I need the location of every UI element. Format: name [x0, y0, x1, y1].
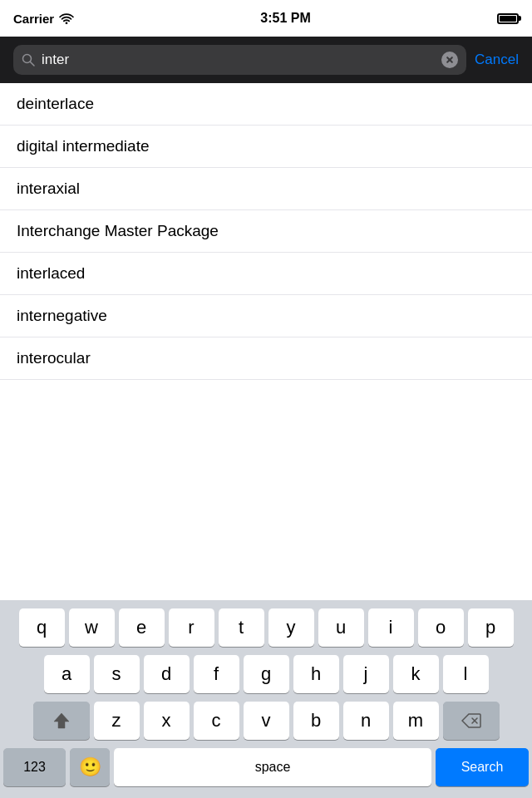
key-w[interactable]: w [69, 608, 115, 647]
key-m[interactable]: m [393, 702, 439, 740]
shift-key[interactable] [33, 702, 90, 740]
clear-button[interactable] [441, 52, 458, 68]
numbers-key[interactable]: 123 [3, 748, 66, 786]
key-g[interactable]: g [244, 655, 289, 693]
key-s[interactable]: s [94, 655, 140, 693]
search-bar: Cancel [0, 37, 532, 83]
keyboard-row-2: a s d f g h j k l [3, 655, 529, 693]
list-item[interactable]: internegative [0, 295, 532, 337]
key-v[interactable]: v [244, 702, 289, 740]
search-key[interactable]: Search [436, 748, 529, 786]
key-e[interactable]: e [119, 608, 165, 647]
key-n[interactable]: n [343, 702, 389, 740]
key-o[interactable]: o [418, 608, 464, 647]
carrier-label: Carrier [13, 12, 54, 26]
key-h[interactable]: h [293, 655, 339, 693]
key-c[interactable]: c [194, 702, 239, 740]
list-item[interactable]: digital intermediate [0, 126, 532, 168]
keyboard-row-1: q w e r t y u i o p [3, 608, 529, 647]
key-r[interactable]: r [169, 608, 214, 647]
key-f[interactable]: f [194, 655, 239, 693]
key-u[interactable]: u [318, 608, 364, 647]
key-p[interactable]: p [468, 608, 514, 647]
key-d[interactable]: d [144, 655, 190, 693]
svg-point-0 [66, 22, 68, 25]
key-j[interactable]: j [343, 655, 389, 693]
backspace-key[interactable] [443, 702, 500, 740]
search-icon [22, 53, 35, 66]
key-z[interactable]: z [94, 702, 140, 740]
list-item[interactable]: deinterlace [0, 83, 532, 126]
status-bar: Carrier 3:51 PM [0, 0, 532, 37]
key-a[interactable]: a [44, 655, 90, 693]
emoji-key[interactable]: 🙂 [70, 748, 110, 786]
key-b[interactable]: b [293, 702, 339, 740]
list-item[interactable]: Interchange Master Package [0, 210, 532, 253]
key-i[interactable]: i [368, 608, 414, 647]
key-q[interactable]: q [19, 608, 65, 647]
list-item[interactable]: interaxial [0, 168, 532, 210]
suggestions-list: deinterlace digital intermediate interax… [0, 83, 532, 380]
keyboard: q w e r t y u i o p a s d f g h j k l z … [0, 600, 532, 798]
key-k[interactable]: k [393, 655, 439, 693]
search-input-wrapper [13, 45, 466, 75]
keyboard-row-4: 123 🙂 space Search [3, 748, 529, 786]
key-y[interactable]: y [268, 608, 314, 647]
key-l[interactable]: l [443, 655, 489, 693]
status-left: Carrier [13, 12, 74, 26]
search-input[interactable] [42, 52, 435, 68]
wifi-icon [59, 12, 74, 24]
svg-line-2 [31, 62, 35, 66]
battery-icon [497, 13, 519, 24]
cancel-button[interactable]: Cancel [475, 52, 519, 68]
key-x[interactable]: x [144, 702, 190, 740]
space-key[interactable]: space [114, 748, 431, 786]
list-item[interactable]: interocular [0, 337, 532, 380]
keyboard-row-3: z x c v b n m [3, 702, 529, 740]
status-right [497, 13, 519, 24]
status-time: 3:51 PM [260, 11, 310, 26]
key-t[interactable]: t [219, 608, 264, 647]
list-item[interactable]: interlaced [0, 253, 532, 295]
